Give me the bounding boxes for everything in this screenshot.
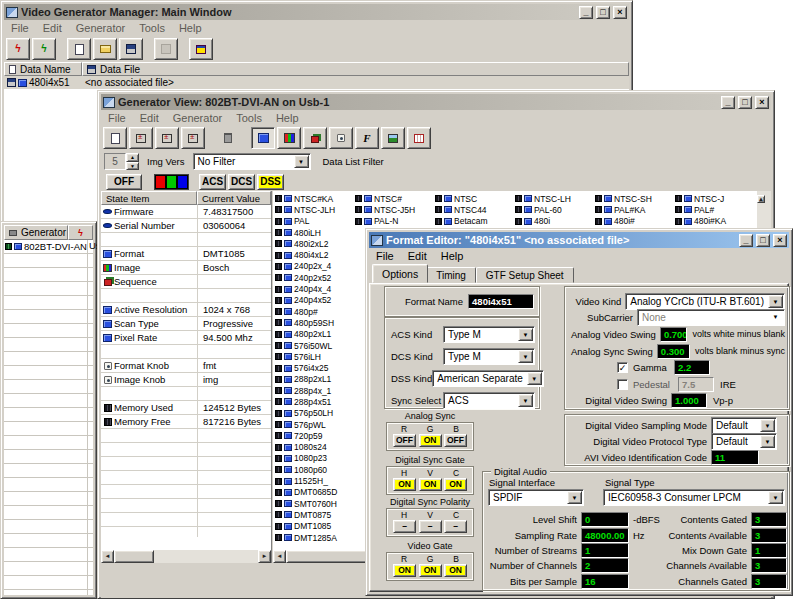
format-list-item[interactable]: 288p4x51 <box>275 396 355 407</box>
data-row[interactable]: 480i4x51 <no associated file> <box>4 76 629 89</box>
format-list-item[interactable]: 480p2xL1 <box>275 329 355 340</box>
format-list-item[interactable]: 288p2xL1 <box>275 374 355 385</box>
dss-button[interactable]: DSS <box>257 174 284 190</box>
format-list-item[interactable]: 1080p23 <box>275 453 355 464</box>
save-button[interactable] <box>119 38 143 60</box>
gate-toggle-button[interactable]: ON <box>444 564 467 577</box>
format-list-item[interactable]: 576i4x25 <box>275 362 355 373</box>
maximize-button[interactable]: □ <box>596 6 610 19</box>
video-kind-combo[interactable]: Analog YCrCb (ITU-R BT.601) ▼ <box>625 293 785 310</box>
gate-toggle-button[interactable]: ON <box>419 434 442 447</box>
maximize-button[interactable]: □ <box>738 96 752 109</box>
format-editor-titlebar[interactable]: Format Editor: "480i4x51" <no associated… <box>369 232 789 248</box>
state-row[interactable] <box>101 289 271 303</box>
state-row[interactable]: Image Bosch <box>101 261 271 275</box>
state-table-hscrollbar[interactable]: ◄ ► <box>101 550 271 563</box>
format-list-item[interactable]: NTSC-J5H <box>355 204 435 215</box>
menu-item[interactable]: Generator <box>166 111 230 125</box>
scrollbar-thumb[interactable] <box>114 550 154 563</box>
menu-item[interactable]: Edit <box>133 111 166 125</box>
spin-up-button[interactable]: ▲ <box>126 153 139 162</box>
state-row[interactable]: Pixel Rate 94.500 Mhz <box>101 331 271 345</box>
delete-button[interactable] <box>216 127 240 149</box>
new-file-button[interactable] <box>103 127 127 149</box>
close-button[interactable]: × <box>755 96 769 109</box>
generator-row[interactable]: 802BT-DVI-AN Usb-1 <box>4 240 93 253</box>
gamma-checkbox[interactable]: ✓ <box>617 362 628 373</box>
column-header-generator[interactable]: Generator <box>4 225 68 240</box>
format-list-item[interactable]: NTSC#KA <box>275 193 355 204</box>
format-list-item[interactable]: 288p4x_1 <box>275 385 355 396</box>
format-list-item[interactable]: PAL#KA <box>595 204 675 215</box>
gate-toggle-button[interactable]: OFF <box>444 434 467 447</box>
format-list-item[interactable]: NTSC-SH <box>595 193 675 204</box>
generator-view-titlebar[interactable]: Generator View: 802BT-DVI-AN on Usb-1 _ … <box>101 94 771 110</box>
minimize-button[interactable]: _ <box>579 6 593 19</box>
filter-combo[interactable]: No Filter ▼ <box>193 153 311 170</box>
state-row[interactable]: Image Knob img <box>101 373 271 387</box>
format-name-field[interactable]: 480i4x51 <box>468 294 534 309</box>
format-list-item[interactable]: 240p4x52 <box>275 295 355 306</box>
state-row[interactable] <box>101 345 271 359</box>
gate-toggle-button[interactable]: ON <box>393 478 416 491</box>
format-list-item[interactable]: PAL <box>275 216 355 227</box>
scroll-left-icon[interactable]: ◄ <box>273 550 286 563</box>
rgb-button[interactable] <box>154 174 189 190</box>
format-list-item[interactable]: 576i50WL <box>275 340 355 351</box>
tab-gtf-setup-sheet[interactable]: GTF Setup Sheet <box>476 267 574 283</box>
scroll-left-icon[interactable]: ◄ <box>101 550 114 563</box>
format-transfer-button[interactable] <box>181 127 205 149</box>
menu-item[interactable]: Tools <box>229 111 269 125</box>
analog-sync-swing-field[interactable]: 0.300 <box>657 344 690 359</box>
spin-down-button[interactable]: ▼ <box>126 162 139 171</box>
polarity-toggle-button[interactable]: – <box>393 520 416 533</box>
menu-item[interactable]: File <box>4 21 36 35</box>
main-titlebar[interactable]: Video Generator Manager: Main Window _ □… <box>4 4 629 20</box>
font-button[interactable]: F <box>355 127 379 149</box>
audio-field-value[interactable]: 3 <box>751 512 787 527</box>
format-list-item[interactable]: NTSC-LH <box>515 193 595 204</box>
sync-kind-combo[interactable]: Type M ▼ <box>443 326 535 343</box>
state-row[interactable] <box>101 233 271 247</box>
download-lightning-button[interactable]: ϟ <box>6 38 30 60</box>
gate-toggle-button[interactable]: ON <box>419 564 442 577</box>
close-button[interactable]: × <box>613 6 627 19</box>
audio-field-value[interactable]: 1 <box>751 543 787 558</box>
acs-button[interactable]: ACS <box>199 174 226 190</box>
format-out-button[interactable] <box>155 127 179 149</box>
menu-item[interactable]: Edit <box>401 249 434 263</box>
column-header-current-value[interactable]: Current Value <box>197 191 271 205</box>
avi-code-field[interactable]: 11 <box>711 450 759 465</box>
format-list-item[interactable]: 480i <box>515 216 595 227</box>
sequence-button[interactable] <box>303 127 327 149</box>
format-list-item[interactable]: 720p59 <box>275 430 355 441</box>
column-header-state-item[interactable]: State Item <box>101 191 197 205</box>
chevron-down-icon[interactable]: ▼ <box>527 372 542 385</box>
format-list-item[interactable]: NTSC-JLH <box>275 204 355 215</box>
format-list-item[interactable]: PAL# <box>675 204 755 215</box>
format-list-item[interactable]: 576p50LH <box>275 408 355 419</box>
img-vers-value[interactable]: 5 <box>104 153 126 170</box>
grid-button[interactable] <box>407 127 431 149</box>
format-list-item[interactable]: 1080p60 <box>275 464 355 475</box>
format-list-item[interactable]: 480i4xL2 <box>275 249 355 260</box>
sync-kind-combo[interactable]: American Separate ▼ <box>432 370 544 387</box>
gate-toggle-button[interactable]: OFF <box>393 434 416 447</box>
format-list-item[interactable]: 480i# <box>595 216 675 227</box>
audio-field-value[interactable]: 0 <box>581 512 629 527</box>
protocol-type-combo[interactable]: Default ▼ <box>711 433 777 450</box>
format-list-item[interactable]: 480p59SH <box>275 317 355 328</box>
format-list-item[interactable]: DMT1285A <box>275 532 355 543</box>
image-button[interactable] <box>381 127 405 149</box>
minimize-button[interactable]: _ <box>739 234 753 247</box>
menu-item[interactable]: Help <box>172 21 209 35</box>
audio-field-value[interactable]: 3 <box>751 558 787 573</box>
offline-button[interactable] <box>154 38 178 60</box>
new-file-button[interactable] <box>67 38 91 60</box>
format-list-item[interactable]: 1080s24 <box>275 442 355 453</box>
menu-item[interactable]: File <box>101 111 133 125</box>
sync-kind-combo[interactable]: Type M ▼ <box>443 348 535 365</box>
scroll-up-icon[interactable]: ▲ <box>757 195 765 203</box>
format-list-item[interactable]: DMT0875 <box>275 509 355 520</box>
format-in-button[interactable] <box>129 127 153 149</box>
